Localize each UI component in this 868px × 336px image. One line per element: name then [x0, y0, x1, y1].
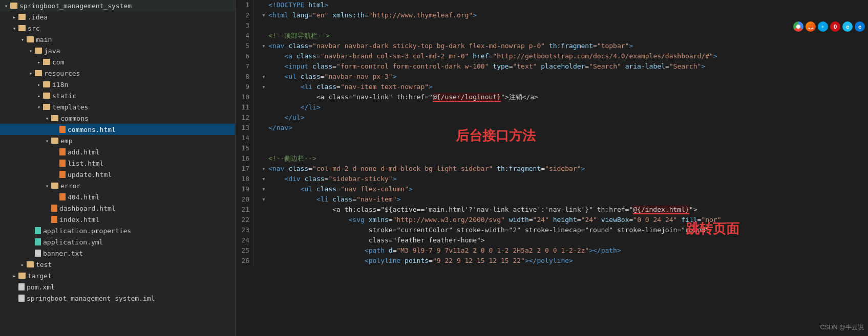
tree-item-test[interactable]: test	[0, 259, 235, 270]
folder-icon-shape	[18, 25, 26, 31]
tree-item-commons[interactable]: commons	[0, 113, 235, 124]
tree-item-dashboard_html[interactable]: dashboard.html	[0, 203, 235, 214]
tree-item-banner_txt[interactable]: banner.txt	[0, 248, 235, 259]
line-number-8: 8	[239, 72, 249, 82]
tree-item-resources[interactable]: resources	[0, 68, 235, 79]
tree-item-root[interactable]: springboot_management_system	[0, 0, 235, 11]
code-line-18: ▾ <div class="sidebar-sticky">	[259, 174, 868, 184]
browser-icon-bar: 🦊 ✈ O e e	[793, 21, 865, 32]
code-editor: 1234567891011121314151617181920212223242…	[236, 0, 868, 336]
gutter-7	[259, 61, 268, 72]
tree-label-idea: .idea	[28, 13, 48, 21]
prop-icon-shape	[35, 238, 41, 245]
folder-icon-shape	[27, 261, 34, 267]
line-number-23: 23	[239, 225, 249, 235]
folder-icon-shape	[18, 14, 26, 20]
gutter-17[interactable]: ▾	[259, 164, 268, 174]
tree-label-resources: resources	[44, 70, 80, 77]
tree-item-app_yml[interactable]: application.yml	[0, 236, 235, 248]
tree-label-m_pom: pom.xml	[27, 283, 55, 291]
code-text-19: <ul class="nav flex-column">	[268, 184, 413, 194]
tree-label-commons_html: commons.html	[68, 126, 116, 133]
tree-item-target[interactable]: target	[0, 270, 235, 281]
code-line-2: ▾<html lang="en" xmlns:th="http://www.th…	[259, 10, 868, 20]
tree-item-static[interactable]: static	[0, 90, 235, 101]
tree-item-add_html[interactable]: add.html	[0, 146, 235, 158]
code-text-13: </nav>	[268, 123, 292, 133]
tree-label-com: com	[52, 58, 64, 66]
folder-icon-shape	[51, 138, 58, 144]
gutter-16	[259, 153, 268, 164]
code-text-16: <!--侧边栏-->	[268, 153, 316, 164]
code-text-18: <div class="sidebar-sticky">	[268, 174, 396, 184]
line-number-15: 15	[239, 143, 249, 153]
line-number-5: 5	[239, 41, 249, 51]
tree-item-list_html[interactable]: list.html	[0, 158, 235, 169]
code-line-6: <a class="navbar-brand col-sm-3 col-md-2…	[259, 51, 868, 61]
tree-item-m_springboot[interactable]: springboot_management_system.iml	[0, 293, 235, 304]
html-icon-shape	[51, 216, 57, 223]
tree-label-static: static	[52, 92, 76, 100]
tree-label-app_yml: application.yml	[43, 238, 103, 246]
gutter-20[interactable]: ▾	[259, 194, 268, 205]
tree-item-404_html[interactable]: 404.html	[0, 191, 235, 203]
tree-item-error[interactable]: error	[0, 180, 235, 191]
gutter-8[interactable]: ▾	[259, 72, 268, 82]
code-line-25: <path d="M3 9l9-7 9 7v11a2 2 0 0 1-2 2H5…	[259, 245, 868, 256]
folder-icon-shape	[35, 48, 42, 54]
code-line-15	[259, 143, 868, 153]
line-number-24: 24	[239, 235, 249, 245]
line-number-25: 25	[239, 245, 249, 256]
html-icon-shape	[51, 205, 57, 212]
tree-item-emp[interactable]: emp	[0, 135, 235, 146]
line-number-21: 21	[239, 205, 249, 215]
tree-label-update_html: update.html	[68, 171, 112, 178]
code-text-25: <path d="M3 9l9-7 9 7v11a2 2 0 0 1-2 2H5…	[268, 245, 621, 256]
tree-item-main[interactable]: main	[0, 34, 235, 45]
tree-item-i18n[interactable]: i18n	[0, 79, 235, 90]
tree-item-idea[interactable]: .idea	[0, 11, 235, 23]
line-number-2: 2	[239, 10, 249, 20]
gutter-9[interactable]: ▾	[259, 82, 268, 92]
folder-icon-shape	[43, 81, 50, 87]
line-number-1: 1	[239, 0, 249, 10]
code-line-22: <svg xmlns="http://www.w3.org/2000/svg" …	[259, 215, 868, 225]
gutter-23	[259, 225, 268, 235]
code-text-22: <svg xmlns="http://www.w3.org/2000/svg" …	[268, 215, 722, 225]
tree-item-update_html[interactable]: update.html	[0, 169, 235, 180]
tree-item-src[interactable]: src	[0, 23, 235, 34]
tree-item-templates[interactable]: templates	[0, 101, 235, 113]
tree-item-commons_html[interactable]: commons.html	[0, 124, 235, 135]
line-number-26: 26	[239, 256, 249, 266]
tree-label-templates: templates	[52, 103, 88, 111]
tree-item-m_pom[interactable]: pom.xml	[0, 281, 235, 293]
gutter-18[interactable]: ▾	[259, 174, 268, 184]
gutter-2[interactable]: ▾	[259, 10, 268, 20]
folder-icon-shape	[43, 59, 50, 65]
file-tree[interactable]: springboot_management_system.ideasrcmain…	[0, 0, 236, 336]
code-line-10: <a class="nav-link" th:href="@{/user/log…	[259, 92, 868, 102]
tree-label-commons: commons	[60, 115, 89, 122]
opera-icon: O	[830, 21, 840, 32]
code-line-19: ▾ <ul class="nav flex-column">	[259, 184, 868, 194]
line-number-3: 3	[239, 20, 249, 31]
code-line-17: ▾<nav class="col-md-2 d-none d-md-block …	[259, 164, 868, 174]
gutter-5[interactable]: ▾	[259, 41, 268, 51]
code-text-20: <li class="nav-item">	[268, 194, 400, 205]
firefox-icon: 🦊	[806, 21, 816, 32]
html-icon-shape	[59, 160, 66, 167]
folder-icon-shape	[35, 70, 42, 76]
tree-item-java[interactable]: java	[0, 45, 235, 56]
html-icon-shape	[59, 193, 66, 200]
tree-item-com[interactable]: com	[0, 56, 235, 68]
gutter-19[interactable]: ▾	[259, 184, 268, 194]
tree-label-emp: emp	[60, 137, 72, 145]
folder-icon-shape	[43, 93, 50, 99]
file-icon-shape	[18, 295, 25, 302]
folder-icon-shape	[18, 273, 26, 279]
tree-item-app_props[interactable]: application.properties	[0, 225, 235, 236]
code-line-11: </li>	[259, 102, 868, 113]
code-line-5: ▾<nav class="navbar navbar-dark sticky-t…	[259, 41, 868, 51]
line-number-17: 17	[239, 164, 249, 174]
tree-item-index_html[interactable]: index.html	[0, 214, 235, 225]
